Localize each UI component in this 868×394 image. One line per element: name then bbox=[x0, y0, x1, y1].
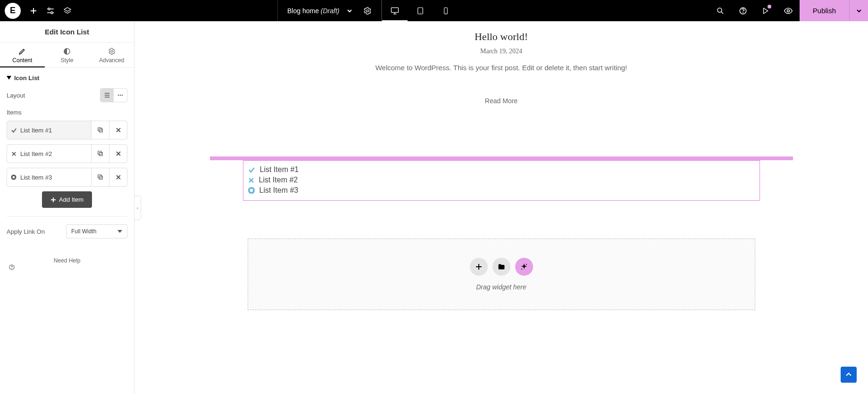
svg-rect-30 bbox=[99, 129, 102, 132]
svg-point-56 bbox=[526, 264, 527, 265]
svg-marker-23 bbox=[7, 76, 11, 80]
svg-point-20 bbox=[787, 9, 789, 12]
svg-point-52 bbox=[249, 188, 254, 193]
svg-marker-6 bbox=[64, 8, 71, 11]
svg-point-29 bbox=[122, 95, 123, 96]
remove-item-button[interactable] bbox=[109, 145, 127, 163]
check-icon bbox=[248, 166, 255, 173]
top-bar: E Blog home (Draft) bbox=[0, 0, 868, 21]
svg-point-15 bbox=[718, 8, 722, 12]
main-layout: Edit Icon List Content Style Advanced Ic… bbox=[0, 21, 868, 394]
list-item-row[interactable]: List Item #3 bbox=[7, 168, 127, 187]
doc-title: Blog home (Draft) bbox=[287, 7, 340, 15]
remove-item-button[interactable] bbox=[109, 168, 127, 186]
collapse-sidebar-button[interactable]: ‹ bbox=[134, 196, 141, 220]
need-help-link[interactable]: Need Help bbox=[7, 257, 127, 271]
svg-point-5 bbox=[51, 12, 53, 14]
svg-point-22 bbox=[111, 50, 113, 52]
editor-canvas: Hello world! March 19, 2024 Welcome to W… bbox=[134, 21, 868, 394]
chevron-down-icon[interactable] bbox=[345, 7, 354, 15]
icon-list-item: List Item #1 bbox=[248, 164, 755, 175]
list-item-label: List Item #2 bbox=[20, 145, 91, 163]
tab-content-label: Content bbox=[12, 57, 32, 64]
settings-sliders-icon[interactable] bbox=[46, 7, 55, 15]
layout-more-button[interactable] bbox=[114, 89, 127, 102]
icon-list-item-text: List Item #1 bbox=[260, 165, 299, 174]
svg-point-40 bbox=[12, 175, 16, 179]
sidebar-title: Edit Icon List bbox=[0, 21, 134, 43]
tab-advanced[interactable]: Advanced bbox=[89, 43, 134, 67]
device-desktop-button[interactable] bbox=[382, 0, 408, 21]
add-widget-button[interactable] bbox=[470, 258, 488, 276]
svg-point-28 bbox=[120, 95, 121, 96]
list-item-row[interactable]: List Item #2 bbox=[7, 144, 127, 163]
drop-zone[interactable]: Drag widget here bbox=[248, 238, 755, 310]
duplicate-item-button[interactable] bbox=[91, 121, 109, 139]
insert-separator[interactable] bbox=[210, 156, 793, 160]
publish-options-button[interactable] bbox=[849, 0, 868, 21]
duplicate-item-button[interactable] bbox=[91, 168, 109, 186]
add-item-button[interactable]: Add Item bbox=[42, 191, 92, 208]
scroll-to-top-button[interactable] bbox=[841, 367, 857, 383]
svg-rect-41 bbox=[99, 176, 102, 179]
content-panel: Icon List Layout Items List It bbox=[0, 68, 134, 394]
doc-name: Blog home bbox=[287, 7, 319, 15]
icon-list-item: List Item #3 bbox=[248, 185, 755, 196]
post-title: Hello world! bbox=[289, 31, 714, 43]
tab-style[interactable]: Style bbox=[45, 43, 90, 67]
publish-label: Publish bbox=[813, 7, 836, 15]
post-excerpt: Welcome to WordPress. This is your first… bbox=[289, 64, 714, 72]
svg-rect-37 bbox=[98, 151, 101, 155]
list-item-label: List Item #1 bbox=[20, 121, 91, 139]
layout-label: Layout bbox=[7, 92, 25, 99]
section-title-text: Icon List bbox=[14, 74, 39, 82]
editor-tabs: Content Style Advanced bbox=[0, 43, 134, 68]
duplicate-item-button[interactable] bbox=[91, 145, 109, 163]
doc-title-group: Blog home (Draft) bbox=[277, 0, 382, 21]
divider bbox=[7, 216, 127, 217]
layout-toggle bbox=[100, 88, 127, 102]
apply-link-select[interactable]: Full Width bbox=[66, 224, 127, 238]
apply-link-value: Full Width bbox=[71, 228, 96, 235]
editor-sidebar: Edit Icon List Content Style Advanced Ic… bbox=[0, 21, 134, 394]
gear-icon[interactable] bbox=[363, 7, 372, 15]
icon-list-item-text: List Item #3 bbox=[259, 186, 299, 195]
help-icon[interactable] bbox=[732, 0, 754, 21]
remove-item-button[interactable] bbox=[109, 121, 127, 139]
ai-widget-button[interactable] bbox=[515, 258, 533, 276]
layout-vertical-button[interactable] bbox=[100, 89, 114, 102]
icon-list: List Item #1 List Item #2 List Item #3 bbox=[248, 164, 755, 196]
preview-icon[interactable] bbox=[777, 0, 800, 21]
dot-icon bbox=[7, 168, 20, 186]
list-item-label: List Item #3 bbox=[20, 168, 91, 186]
svg-rect-31 bbox=[98, 128, 101, 131]
add-element-icon[interactable] bbox=[29, 7, 38, 15]
svg-rect-42 bbox=[98, 175, 101, 178]
section-toggle-icon-list[interactable]: Icon List bbox=[7, 74, 127, 82]
post-date: March 19, 2024 bbox=[289, 48, 714, 55]
icon-list-widget[interactable]: List Item #1 List Item #2 List Item #3 bbox=[243, 160, 760, 201]
device-mobile-button[interactable] bbox=[433, 0, 459, 21]
layout-row: Layout bbox=[7, 88, 127, 102]
svg-line-16 bbox=[721, 12, 723, 14]
layers-icon[interactable] bbox=[63, 7, 72, 15]
items-label: Items bbox=[7, 109, 127, 116]
search-icon[interactable] bbox=[709, 0, 732, 21]
svg-point-27 bbox=[118, 95, 119, 96]
svg-rect-36 bbox=[99, 152, 102, 156]
template-library-button[interactable] bbox=[492, 258, 510, 276]
read-more-link[interactable]: Read More bbox=[485, 97, 517, 105]
list-item-row[interactable]: List Item #1 bbox=[7, 121, 127, 140]
svg-point-18 bbox=[743, 12, 743, 13]
need-help-label: Need Help bbox=[54, 257, 81, 264]
close-icon bbox=[7, 145, 20, 163]
tab-content[interactable]: Content bbox=[0, 43, 45, 67]
publish-button[interactable]: Publish bbox=[800, 0, 849, 21]
doc-status: (Draft) bbox=[321, 7, 340, 15]
device-tablet-button[interactable] bbox=[408, 0, 433, 21]
post-preview: Hello world! March 19, 2024 Welcome to W… bbox=[289, 31, 714, 105]
svg-point-49 bbox=[12, 268, 12, 269]
icon-list-item-text: List Item #2 bbox=[259, 176, 298, 184]
notifications-icon[interactable] bbox=[754, 0, 777, 21]
elementor-logo[interactable]: E bbox=[5, 3, 21, 19]
